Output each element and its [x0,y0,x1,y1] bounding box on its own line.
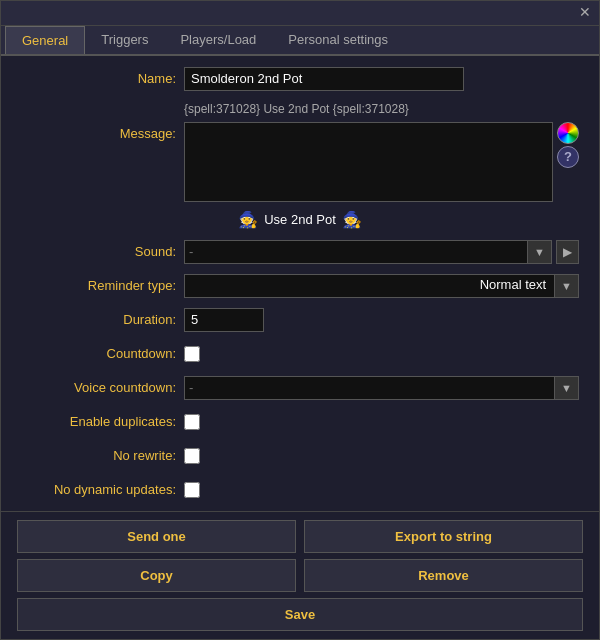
form-content: Name: {spell:371028} Use 2nd Pot {spell:… [1,56,599,511]
voice-countdown-input[interactable] [184,376,554,400]
sound-play-button[interactable]: ▶ [556,240,579,264]
export-button[interactable]: Export to string [304,520,583,553]
name-row: Name: [21,66,579,92]
countdown-checkbox[interactable] [184,346,200,362]
tab-bar: General Triggers Players/Load Personal s… [1,26,599,56]
countdown-label: Countdown: [21,346,176,361]
sound-input[interactable] [184,240,527,264]
sound-select-group: ▼ [184,240,552,264]
reminder-select-group: Normal text ▼ [184,274,579,298]
preview-row: 🧙 Use 2nd Pot 🧙 [21,210,579,229]
enable-duplicates-row: Enable duplicates: [21,409,579,435]
tab-players-load[interactable]: Players/Load [164,26,272,54]
duration-row: Duration: [21,307,579,333]
no-dynamic-updates-label: No dynamic updates: [21,482,176,497]
message-hint-text: {spell:371028} Use 2nd Pot {spell:371028… [184,102,409,116]
send-one-button[interactable]: Send one [17,520,296,553]
voice-countdown-select-group: ▼ [184,376,579,400]
footer-row-2: Copy Remove [17,559,583,592]
reminder-row: Reminder type: Normal text ▼ [21,273,579,299]
voice-countdown-row: Voice countdown: ▼ [21,375,579,401]
duration-label: Duration: [21,312,176,327]
reminder-label: Reminder type: [21,278,176,293]
footer: Send one Export to string Copy Remove Sa… [1,511,599,639]
reminder-value: Normal text [184,274,554,298]
color-picker-icon[interactable] [557,122,579,144]
reminder-dropdown-btn[interactable]: ▼ [554,274,579,298]
copy-button[interactable]: Copy [17,559,296,592]
close-button[interactable]: ✕ [575,3,595,23]
no-rewrite-checkbox[interactable] [184,448,200,464]
duration-input[interactable] [184,308,264,332]
message-icon-panel: ? [557,122,579,168]
titlebar: ✕ [1,1,599,26]
footer-row-save: Save [17,598,583,631]
footer-row-1: Send one Export to string [17,520,583,553]
no-rewrite-row: No rewrite: [21,443,579,469]
message-hint-row: {spell:371028} Use 2nd Pot {spell:371028… [21,100,579,118]
remove-button[interactable]: Remove [304,559,583,592]
preview-icon-right: 🧙 [342,210,362,229]
no-dynamic-updates-row: No dynamic updates: [21,477,579,503]
countdown-row: Countdown: [21,341,579,367]
message-area: Message: ? [21,122,579,202]
help-icon[interactable]: ? [557,146,579,168]
voice-countdown-dropdown-btn[interactable]: ▼ [554,376,579,400]
save-button[interactable]: Save [17,598,583,631]
preview-icon-left: 🧙 [238,210,258,229]
enable-duplicates-label: Enable duplicates: [21,414,176,429]
no-dynamic-updates-checkbox[interactable] [184,482,200,498]
tab-triggers[interactable]: Triggers [85,26,164,54]
name-label: Name: [21,71,176,86]
enable-duplicates-checkbox[interactable] [184,414,200,430]
voice-countdown-label: Voice countdown: [21,380,176,395]
sound-row: Sound: ▼ ▶ [21,239,579,265]
preview-text: Use 2nd Pot [264,212,336,227]
main-window: ✕ General Triggers Players/Load Personal… [0,0,600,640]
message-input[interactable] [184,122,553,202]
no-rewrite-label: No rewrite: [21,448,176,463]
message-label: Message: [21,122,176,141]
sound-label: Sound: [21,244,176,259]
sound-dropdown-btn[interactable]: ▼ [527,240,552,264]
name-input[interactable] [184,67,464,91]
tab-general[interactable]: General [5,26,85,54]
tab-personal-settings[interactable]: Personal settings [272,26,404,54]
